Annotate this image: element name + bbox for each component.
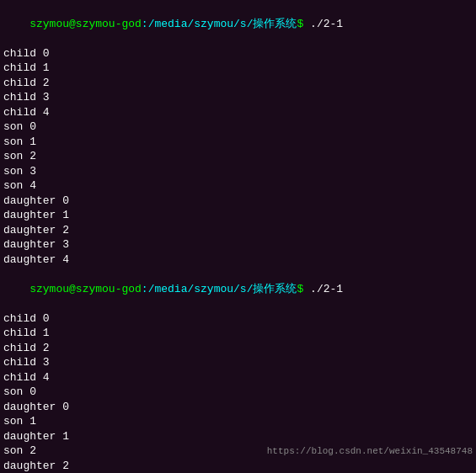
output-line: child 4 [3, 105, 473, 120]
output-line: daughter 3 [3, 237, 473, 252]
output-line: daughter 0 [3, 400, 473, 415]
output-line: son 1 [3, 135, 473, 150]
output-line: son 0 [3, 120, 473, 135]
prompt-cmd-2: ./2-1 [303, 283, 343, 295]
output-line: child 1 [3, 61, 473, 76]
terminal: szymou@szymou-god:/media/szymou/s/操作系统$ … [0, 0, 476, 473]
prompt-path-1: :/media/szymou/s/操作系统 [142, 18, 297, 30]
output-line: child 3 [3, 90, 473, 105]
prompt-line-2: szymou@szymou-god:/media/szymou/s/操作系统$ … [3, 267, 473, 311]
output-line: son 1 [3, 414, 473, 429]
prompt-cmd-1: ./2-1 [303, 18, 343, 30]
output-line: son 0 [3, 385, 473, 400]
output-line: child 4 [3, 370, 473, 385]
prompt-path-2: :/media/szymou/s/操作系统 [142, 283, 297, 295]
prompt-user-1: szymou@szymou-god [29, 18, 142, 30]
output-line: son 3 [3, 164, 473, 179]
output-line: child 1 [3, 326, 473, 341]
prompt-line-1: szymou@szymou-god:/media/szymou/s/操作系统$ … [3, 2, 473, 46]
output-line: child 2 [3, 76, 473, 91]
output-line: daughter 4 [3, 252, 473, 268]
output-line: son 4 [3, 178, 473, 194]
watermark: https://blog.csdn.net/weixin_43548748 [267, 446, 473, 456]
output-line: child 2 [3, 341, 473, 356]
output-line: child 3 [3, 355, 473, 370]
output-line: son 2 [3, 149, 473, 164]
output-line: child 0 [3, 311, 473, 327]
output-line: daughter 0 [3, 194, 473, 209]
output-line: daughter 1 [3, 208, 473, 223]
output-line: daughter 1 [3, 429, 473, 444]
output-line: daughter 2 [3, 223, 473, 238]
output-line: child 0 [3, 46, 473, 61]
prompt-user-2: szymou@szymou-god [29, 283, 142, 295]
output-line: daughter 2 [3, 459, 473, 474]
